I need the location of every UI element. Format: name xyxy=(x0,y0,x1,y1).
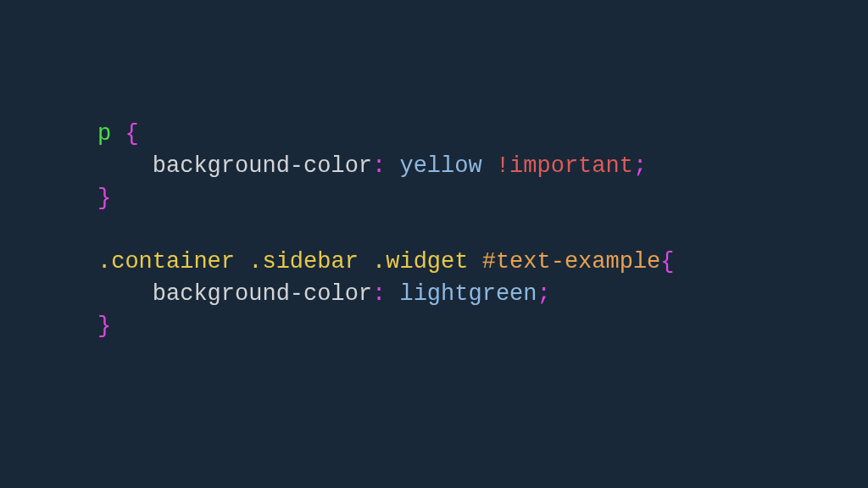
code-line-4: .container .sidebar .widget #text-exampl… xyxy=(97,249,675,274)
class-selector: .widget xyxy=(372,249,468,274)
css-value: lightgreen xyxy=(399,281,537,307)
code-line-5: background-color: lightgreen; xyxy=(97,281,551,307)
semicolon: ; xyxy=(633,153,647,179)
code-line-2: background-color: yellow !important; xyxy=(97,153,647,179)
css-property: background-color xyxy=(153,281,372,307)
brace-close: } xyxy=(97,313,111,339)
css-property: background-color xyxy=(153,153,372,179)
colon: : xyxy=(372,281,386,307)
colon: : xyxy=(372,153,386,179)
css-value: yellow xyxy=(399,153,481,179)
brace-open: { xyxy=(125,121,138,147)
css-code-block: p { background-color: yellow !important;… xyxy=(0,0,868,343)
important-keyword: !important xyxy=(496,153,633,179)
selector-tag: p xyxy=(97,121,111,147)
class-selector: .sidebar xyxy=(248,249,359,274)
id-selector: #text-example xyxy=(482,249,661,274)
class-selector: .container xyxy=(97,249,235,274)
brace-open: { xyxy=(660,249,674,274)
brace-close: } xyxy=(97,186,111,211)
code-line-6: } xyxy=(97,313,111,339)
semicolon: ; xyxy=(537,281,551,307)
code-line-1: p { xyxy=(97,121,139,147)
code-line-3: } xyxy=(97,186,111,211)
